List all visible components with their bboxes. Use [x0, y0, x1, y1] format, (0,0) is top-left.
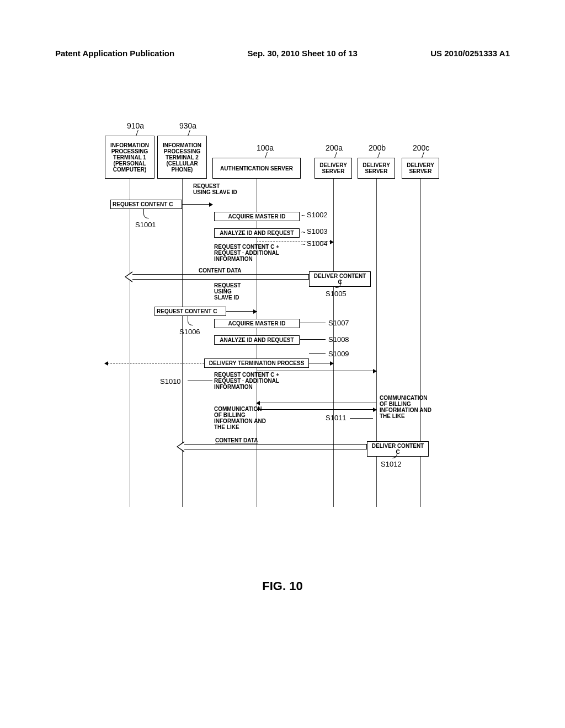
lifeline-ds2: [376, 179, 377, 507]
arrow-billing-left: [257, 403, 376, 403]
step-line-s1009: [309, 353, 326, 354]
ref-connector: [422, 152, 424, 158]
arrow-termination-to-t1: [105, 363, 204, 363]
lane-terminal-2: INFORMATION PROCESSING TERMINAL 2 (CELLU…: [157, 136, 207, 179]
step-s1004: S1004: [307, 239, 328, 248]
step-s1012: S1012: [381, 460, 402, 468]
msg-delivery-termination: DELIVERY TERMINATION PROCESS: [204, 358, 309, 368]
msg-analyze-2: ANALYZE ID AND REQUEST: [214, 335, 300, 345]
lane-auth-server: AUTHENTICATION SERVER: [212, 158, 301, 179]
ref-910a: 910a: [127, 121, 144, 130]
lane-delivery-server-c: DELIVERY SERVER: [402, 158, 439, 179]
label-content-data-2: CONTENT DATA: [215, 437, 258, 443]
block-arrow-content-data-1: [125, 273, 309, 281]
step-connector: [188, 315, 193, 325]
arrow-request-plus-2: [257, 371, 376, 371]
sequence-diagram: 910a 930a 100a 200a 200b 200c INFORMATIO…: [105, 121, 480, 535]
label-billing-left: COMMUNICATION OF BILLING INFORMATION AND…: [214, 406, 269, 430]
figure-caption: FIG. 10: [0, 579, 565, 593]
ref-100a: 100a: [257, 143, 274, 152]
lane-delivery-server-a: DELIVERY SERVER: [315, 158, 352, 179]
step-line-s1011: [350, 418, 373, 419]
msg-request-plus-2: REQUEST CONTENT C + REQUEST · ADDITIONAL…: [214, 372, 291, 390]
lane-delivery-server-b: DELIVERY SERVER: [358, 158, 395, 179]
step-s1002: S1002: [307, 211, 328, 219]
lane-terminal-1: INFORMATION PROCESSING TERMINAL 1 (PERSO…: [105, 136, 154, 179]
step-line-s1007: [300, 323, 326, 323]
step-s1007: S1007: [328, 319, 349, 327]
ref-200a: 200a: [326, 143, 343, 152]
page-header: Patent Application Publication Sep. 30, …: [55, 49, 510, 58]
msg-acquire-master-id-2: ACQUIRE MASTER ID: [214, 319, 300, 328]
step-s1004-tilde: ~: [301, 240, 306, 248]
step-connector: [392, 451, 397, 458]
msg-analyze-1: ANALYZE ID AND REQUEST: [214, 228, 300, 238]
msg-request-content-c-1: REQUEST CONTENT C: [110, 200, 182, 209]
label-billing-right: COMMUNICATION OF BILLING INFORMATION AND…: [380, 395, 435, 419]
arrow-request-c-1: [182, 204, 212, 205]
step-s1008: S1008: [328, 335, 349, 344]
lifeline-ds3: [420, 179, 421, 507]
ref-connector: [136, 130, 138, 136]
step-s1010: S1010: [160, 377, 181, 386]
step-s1001: S1001: [135, 221, 156, 229]
arrow-billing-right: [257, 409, 376, 410]
step-s1009: S1009: [328, 350, 349, 358]
step-s1006: S1006: [179, 328, 200, 336]
step-s1005: S1005: [326, 290, 347, 298]
ref-connector: [334, 152, 337, 158]
msg-deliver-content-c-2: DELIVER CONTENT C: [367, 441, 429, 457]
step-line-s1010: [188, 381, 212, 381]
step-s1011: S1011: [326, 414, 347, 422]
step-connector: [143, 208, 149, 218]
arrow-request-c-2: [226, 311, 257, 312]
ref-200b: 200b: [369, 143, 386, 152]
header-left: Patent Application Publication: [55, 49, 174, 58]
header-center: Sep. 30, 2010 Sheet 10 of 13: [248, 49, 358, 58]
header-right: US 2010/0251333 A1: [430, 49, 510, 58]
step-s1003: S1003: [307, 227, 328, 235]
step-line-s1008: [300, 339, 326, 340]
block-arrow-content-data-2: [177, 443, 367, 451]
step-s1003-tilde: ~: [301, 228, 306, 236]
arrow-termination-to-ds1: [309, 363, 333, 363]
ref-connector: [188, 130, 190, 136]
label-request-using-slave-id-2: REQUEST USING SLAVE ID: [214, 282, 247, 301]
ref-connector: [377, 152, 380, 158]
msg-acquire-master-id-1: ACQUIRE MASTER ID: [214, 212, 300, 221]
label-request-using-slave-id-1: REQUEST USING SLAVE ID: [193, 183, 237, 195]
msg-request-plus-1: REQUEST CONTENT C + REQUEST · ADDITIONAL…: [214, 244, 291, 262]
msg-request-content-c-2: REQUEST CONTENT C: [154, 307, 226, 316]
label-content-data-1: CONTENT DATA: [199, 267, 241, 274]
lifeline-t1: [130, 179, 130, 507]
ref-200c: 200c: [413, 143, 429, 152]
lifeline-t2: [182, 179, 183, 507]
ref-930a: 930a: [179, 121, 196, 130]
step-s1002-tilde: ~: [301, 212, 306, 220]
ref-connector: [265, 152, 268, 158]
